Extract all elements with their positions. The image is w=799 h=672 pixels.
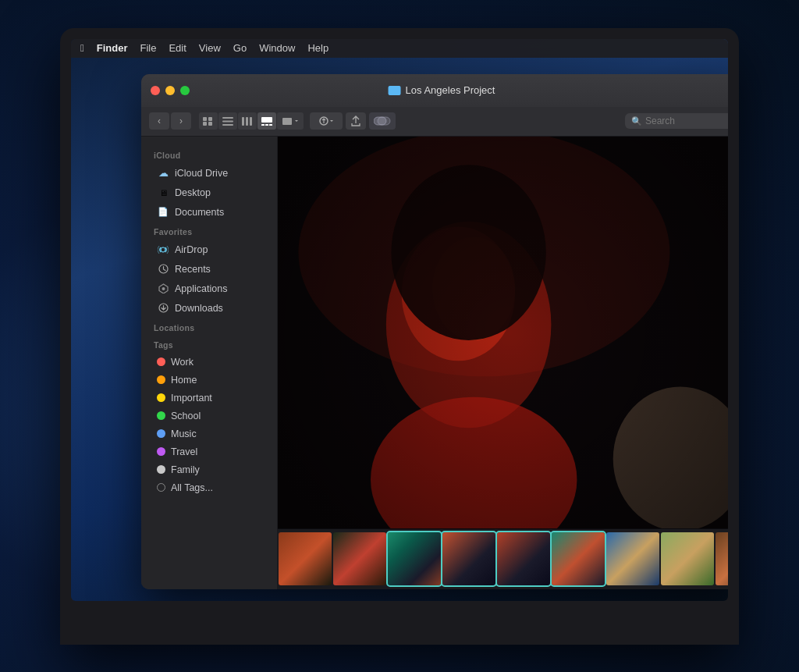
filmstrip-item-1[interactable]: [279, 532, 332, 585]
sidebar-tag-family-label: Family: [171, 464, 200, 475]
svg-rect-4: [222, 117, 233, 119]
maximize-button[interactable]: [180, 86, 190, 95]
svg-rect-31: [278, 137, 728, 528]
filmstrip: [278, 528, 728, 589]
sidebar-section-tags: Tags: [141, 336, 277, 353]
sidebar-tag-home-label: Home: [171, 375, 197, 386]
sidebar-item-tag-travel[interactable]: Travel: [144, 443, 274, 460]
svg-rect-3: [208, 122, 212, 126]
sidebar-section-locations: Locations: [141, 318, 277, 336]
apple-menu-icon[interactable]: : [80, 42, 84, 54]
sidebar-item-tag-important[interactable]: Important: [144, 389, 274, 407]
filmstrip-item-6[interactable]: [552, 532, 605, 585]
filmstrip-item-7[interactable]: [606, 532, 659, 585]
search-placeholder: Search: [645, 116, 675, 126]
sidebar-item-downloads[interactable]: Downloads: [144, 299, 274, 318]
sidebar-item-documents[interactable]: 📄 Documents: [144, 203, 274, 222]
menu-help[interactable]: Help: [307, 42, 328, 54]
applications-icon: [157, 283, 169, 295]
tag-school-dot: [157, 411, 165, 420]
list-view-button[interactable]: [218, 112, 237, 130]
close-button[interactable]: [151, 86, 160, 95]
icloud-drive-icon: ☁: [157, 167, 169, 180]
sidebar-item-applications[interactable]: Applications: [144, 279, 274, 298]
titlebar: Los Angeles Project: [141, 74, 728, 107]
filmstrip-item-3[interactable]: [388, 532, 441, 585]
svg-rect-12: [265, 124, 268, 126]
finder-window: Los Angeles Project ‹ ›: [141, 74, 728, 589]
sidebar-tag-travel-label: Travel: [171, 446, 197, 457]
sidebar-tag-all-label: All Tags...: [171, 482, 213, 493]
action-button[interactable]: [310, 112, 343, 130]
flow-view-button[interactable]: [277, 112, 304, 130]
svg-rect-9: [250, 117, 252, 126]
window-title: Los Angeles Project: [389, 84, 495, 96]
tag-button[interactable]: [369, 112, 396, 130]
svg-rect-11: [261, 124, 265, 126]
tag-all-dot: [157, 483, 165, 492]
svg-rect-1: [208, 117, 212, 121]
tag-travel-dot: [157, 447, 165, 456]
sidebar-item-desktop[interactable]: 🖥 Desktop: [144, 183, 274, 202]
tag-work-dot: [157, 357, 165, 366]
svg-rect-17: [378, 117, 390, 125]
documents-icon: 📄: [157, 206, 169, 219]
gallery-view-button[interactable]: [257, 112, 276, 130]
downloads-icon: [157, 302, 169, 315]
sidebar-airdrop-label: AirDrop: [175, 244, 208, 255]
menu-view[interactable]: View: [199, 42, 221, 54]
column-view-button[interactable]: [238, 112, 257, 130]
sidebar-item-tag-family[interactable]: Family: [144, 461, 274, 478]
app-name[interactable]: Finder: [97, 42, 128, 54]
sidebar-desktop-label: Desktop: [175, 187, 211, 198]
filmstrip-item-5[interactable]: [497, 532, 550, 585]
icon-view-button[interactable]: [199, 112, 218, 130]
sidebar-item-tag-work[interactable]: Work: [144, 354, 274, 371]
search-box[interactable]: 🔍 Search: [625, 113, 728, 129]
forward-button[interactable]: ›: [171, 112, 191, 130]
menu-window[interactable]: Window: [259, 42, 295, 54]
menu-go[interactable]: Go: [233, 42, 247, 54]
sidebar-item-tag-school[interactable]: School: [144, 407, 274, 425]
tag-important-dot: [157, 393, 165, 402]
svg-point-18: [161, 247, 165, 252]
sidebar-item-tag-music[interactable]: Music: [144, 425, 274, 443]
filmstrip-item-9[interactable]: [716, 532, 728, 585]
sidebar-item-airdrop[interactable]: AirDrop: [144, 240, 274, 259]
desktop-icon: 🖥: [157, 187, 169, 199]
sidebar-item-tag-home[interactable]: Home: [144, 372, 274, 389]
menubar:  Finder File Edit View Go Window Help: [71, 39, 728, 58]
main-panel: [278, 137, 728, 589]
sidebar-recents-label: Recents: [175, 264, 211, 275]
svg-rect-10: [261, 117, 272, 123]
nav-buttons: ‹ ›: [149, 112, 191, 130]
sidebar-item-recents[interactable]: Recents: [144, 260, 274, 279]
share-button[interactable]: [346, 112, 366, 130]
tag-music-dot: [157, 429, 165, 438]
folder-icon: [389, 86, 401, 95]
filmstrip-item-2[interactable]: [333, 532, 386, 585]
minimize-button[interactable]: [165, 86, 175, 95]
sidebar-section-icloud: iCloud: [141, 146, 277, 163]
menu-edit[interactable]: Edit: [169, 42, 186, 54]
svg-point-20: [162, 287, 165, 290]
svg-rect-13: [269, 124, 272, 126]
content-area: iCloud ☁ iCloud Drive 🖥 Desktop 📄 Docume…: [141, 137, 728, 589]
svg-rect-14: [282, 118, 292, 125]
sidebar-tag-work-label: Work: [171, 357, 194, 368]
sidebar-item-icloud-drive[interactable]: ☁ iCloud Drive: [144, 164, 274, 183]
sidebar-downloads-label: Downloads: [175, 303, 223, 314]
menu-file[interactable]: File: [140, 42, 156, 54]
svg-rect-5: [222, 120, 233, 122]
svg-rect-6: [222, 124, 233, 126]
filmstrip-item-8[interactable]: [661, 532, 714, 585]
filmstrip-item-4[interactable]: [442, 532, 495, 585]
back-button[interactable]: ‹: [149, 112, 169, 130]
sidebar: iCloud ☁ iCloud Drive 🖥 Desktop 📄 Docume…: [141, 137, 278, 589]
sidebar-item-tag-all[interactable]: All Tags...: [144, 479, 274, 496]
sidebar-icloud-drive-label: iCloud Drive: [175, 168, 228, 179]
svg-rect-0: [203, 117, 207, 121]
main-preview-image: [278, 137, 728, 528]
sidebar-documents-label: Documents: [175, 207, 224, 218]
sidebar-tag-school-label: School: [171, 411, 201, 421]
